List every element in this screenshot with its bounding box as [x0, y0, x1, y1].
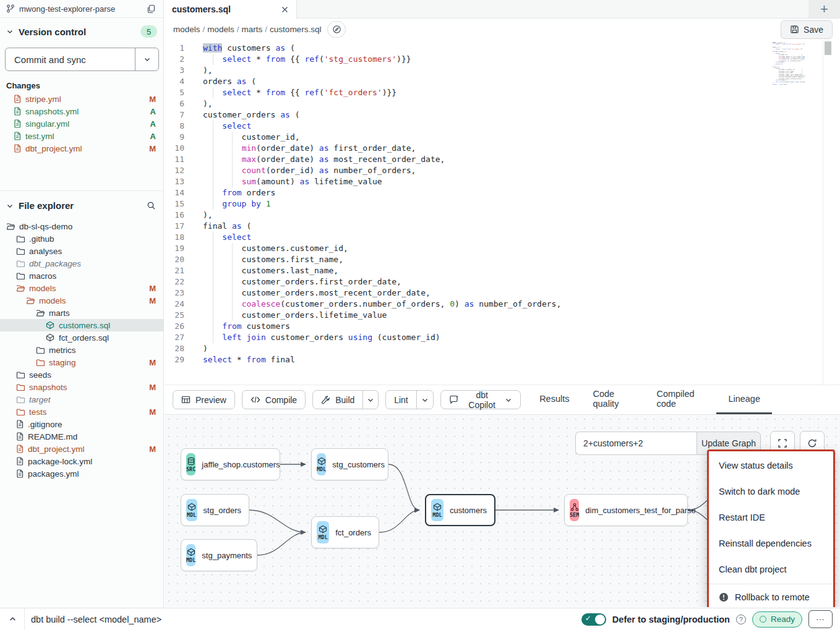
- lineage-node-customers[interactable]: MDL customers: [425, 494, 495, 526]
- code-line[interactable]: 18 select: [165, 232, 805, 243]
- lineage-node-jaffle-shop-customers[interactable]: SRC jaffle_shop.customers: [181, 448, 280, 480]
- commit-options-chevron[interactable]: [135, 48, 158, 70]
- expand-panel-button[interactable]: [7, 614, 18, 624]
- tree-item--gitignore[interactable]: .gitignore: [0, 418, 163, 430]
- lineage-node-dim-customers-test-for-parse[interactable]: SEM dim_customers_test_for_parse: [564, 494, 688, 526]
- changed-file-row[interactable]: stripe.yml M: [0, 93, 163, 105]
- code-line[interactable]: 5 select * from {{ ref('fct_orders')}}: [165, 87, 805, 98]
- tree-item-models[interactable]: modelsM: [0, 294, 163, 307]
- code-line[interactable]: 16),: [165, 210, 805, 221]
- menu-item-rollback-to-remote[interactable]: Rollback to remote: [709, 585, 833, 607]
- tree-item-dbt-packages[interactable]: dbt_packages: [0, 257, 163, 270]
- build-options-chevron[interactable]: [362, 391, 378, 409]
- breadcrumb-segment[interactable]: marts: [242, 25, 263, 34]
- tab-lineage[interactable]: Lineage: [716, 385, 772, 414]
- new-tab-button[interactable]: +: [808, 0, 840, 18]
- changed-file-row[interactable]: singular.yml A: [0, 117, 163, 130]
- tree-item-tests[interactable]: testsM: [0, 406, 163, 418]
- tree-item-package-lock-yml[interactable]: package-lock.yml: [0, 455, 163, 467]
- code-line[interactable]: 1with customers as (: [165, 43, 805, 54]
- tree-item-staging[interactable]: stagingM: [0, 356, 163, 368]
- code-line[interactable]: 23 customer_orders.most_recent_order_dat…: [165, 287, 805, 299]
- editor-scrollbar[interactable]: [823, 40, 832, 385]
- tree-item-dbt-project-yml[interactable]: dbt_project.ymlM: [0, 443, 163, 455]
- tab-code-quality[interactable]: Code quality: [581, 385, 645, 414]
- tab-compiled-code[interactable]: Compiled code: [645, 385, 716, 414]
- preview-button[interactable]: Preview: [173, 390, 235, 409]
- menu-item-switch-to-dark-mode[interactable]: Switch to dark mode: [709, 479, 833, 504]
- tree-item-target[interactable]: target: [0, 393, 163, 406]
- tree-item-analyses[interactable]: analyses: [0, 245, 163, 257]
- compile-button[interactable]: Compile: [242, 390, 306, 409]
- close-icon[interactable]: [281, 6, 289, 14]
- tree-item-readme-md[interactable]: README.md: [0, 430, 163, 443]
- code-line[interactable]: 7customer_orders as (: [165, 109, 805, 121]
- code-line[interactable]: 24 coalesce(customer_orders.number_of_or…: [165, 299, 805, 310]
- code-line[interactable]: 15 group by 1: [165, 198, 805, 210]
- code-line[interactable]: 21 customers.last_name,: [165, 265, 805, 276]
- lineage-search-input[interactable]: [575, 432, 696, 455]
- menu-item-restart-ide[interactable]: Restart IDE: [709, 504, 833, 530]
- code-line[interactable]: 6),: [165, 98, 805, 109]
- code-line[interactable]: 10 min(order_date) as first_order_date,: [165, 143, 805, 154]
- tree-item-customers-sql[interactable]: customers.sql: [0, 319, 163, 331]
- tree-item-packages-yml[interactable]: packages.yml: [0, 467, 163, 480]
- changed-file-row[interactable]: snapshots.yml A: [0, 105, 163, 117]
- tree-item-snapshots[interactable]: snapshotsM: [0, 381, 163, 393]
- build-button[interactable]: Build: [313, 391, 362, 409]
- tree-item-macros[interactable]: macros: [0, 270, 163, 282]
- tree-item-db-sl-qs-demo[interactable]: db-sl-qs-demo: [0, 220, 163, 232]
- changed-file-row[interactable]: dbt_project.yml M: [0, 142, 163, 155]
- tree-item-seeds[interactable]: seeds: [0, 368, 163, 381]
- breadcrumb-segment[interactable]: customers.sql: [270, 25, 321, 34]
- tree-item-metrics[interactable]: metrics: [0, 344, 163, 356]
- lint-button[interactable]: Lint: [386, 391, 416, 409]
- code-line[interactable]: 3),: [165, 65, 805, 76]
- code-line[interactable]: 29select * from final: [165, 354, 805, 365]
- copy-branch-button[interactable]: [145, 3, 157, 15]
- code-line[interactable]: 13 sum(amount) as lifetime_value: [165, 176, 805, 187]
- lint-options-chevron[interactable]: [416, 391, 433, 409]
- commit-and-sync-button[interactable]: Commit and sync: [5, 48, 159, 71]
- code-line[interactable]: 14 from orders: [165, 187, 805, 198]
- code-line[interactable]: 8 select: [165, 121, 805, 132]
- file-search-button[interactable]: [145, 200, 157, 211]
- breadcrumb-segment[interactable]: models: [173, 25, 200, 34]
- lineage-node-stg-customers[interactable]: MDL stg_customers: [311, 448, 388, 480]
- save-button[interactable]: Save: [781, 20, 833, 39]
- code-line[interactable]: 20 customers.first_name,: [165, 254, 805, 265]
- code-line[interactable]: 12 count(order_id) as number_of_orders,: [165, 165, 805, 176]
- code-line[interactable]: 17final as (: [165, 221, 805, 232]
- dbt-copilot-button[interactable]: dbt Copilot: [440, 390, 521, 409]
- tree-item-fct-orders-sql[interactable]: fct_orders.sql: [0, 331, 163, 344]
- lineage-node-stg-payments[interactable]: MDL stg_payments: [181, 539, 257, 571]
- chevron-down-icon[interactable]: [6, 28, 14, 35]
- tree-item--github[interactable]: .github: [0, 232, 163, 245]
- menu-item-view-status-details[interactable]: View status details: [709, 453, 833, 479]
- more-options-button[interactable]: ...: [808, 610, 833, 628]
- lineage-panel[interactable]: SRC jaffle_shop.customers MDL stg_custom…: [165, 415, 840, 607]
- menu-item-clean-dbt-project[interactable]: Clean dbt project: [709, 556, 833, 582]
- lineage-node-fct-orders[interactable]: MDL fct_orders: [311, 516, 379, 548]
- code-line[interactable]: 26 from customers: [165, 321, 805, 332]
- code-line[interactable]: 25 customer_orders.lifetime_value: [165, 310, 805, 321]
- commit-and-sync-label[interactable]: Commit and sync: [6, 48, 135, 70]
- code-line[interactable]: 4orders as (: [165, 76, 805, 87]
- status-badge[interactable]: Ready: [752, 611, 802, 628]
- tree-item-models[interactable]: modelsM: [0, 282, 163, 294]
- tab-customers-sql[interactable]: customers.sql: [165, 0, 297, 19]
- command-bar-text[interactable]: dbt build --select <model_name>: [31, 615, 161, 624]
- scrollbar-thumb[interactable]: [825, 41, 831, 55]
- code-editor[interactable]: 1with customers as (2 select * from {{ r…: [165, 40, 840, 385]
- changed-file-row[interactable]: test.yml A: [0, 130, 163, 142]
- menu-item-reinstall-dependencies[interactable]: Reinstall dependencies: [709, 530, 833, 556]
- defer-toggle[interactable]: ✓: [581, 613, 606, 626]
- code-line[interactable]: 19 customers.customer_id,: [165, 243, 805, 254]
- tab-results[interactable]: Results: [528, 385, 581, 414]
- code-line[interactable]: 9 customer_id,: [165, 132, 805, 143]
- tree-item-marts[interactable]: marts: [0, 307, 163, 319]
- lineage-node-stg-orders[interactable]: MDL stg_orders: [181, 494, 249, 526]
- chevron-down-icon[interactable]: [6, 202, 14, 210]
- code-line[interactable]: 2 select * from {{ ref('stg_customers')}…: [165, 54, 805, 65]
- code-line[interactable]: 28): [165, 343, 805, 354]
